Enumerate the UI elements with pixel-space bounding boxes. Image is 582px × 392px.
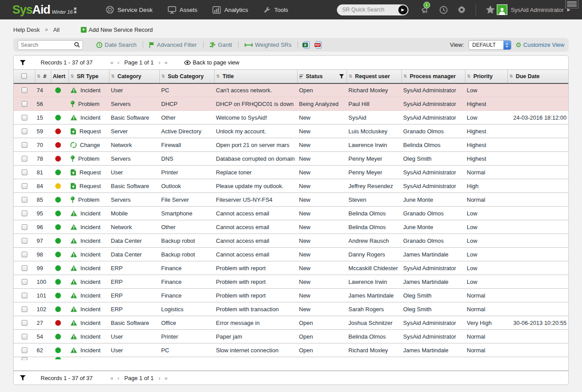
last-page-button[interactable]: » xyxy=(164,375,167,381)
status-filter-funnel-icon[interactable] xyxy=(339,74,345,79)
next-page-button[interactable]: › xyxy=(159,375,160,381)
table-row[interactable]: 54IncidentUserPrinterPaper jamOpenBelind… xyxy=(14,330,568,343)
customize-view-button[interactable]: ⚙ Customize View xyxy=(516,41,564,49)
table-row[interactable]: 97IncidentData CenterBackup robotCannot … xyxy=(14,234,568,248)
column-header-sub-category[interactable]: ⇅Sub Category xyxy=(159,70,214,83)
gantt-button[interactable]: Gantt xyxy=(208,41,234,48)
column-header-sr-type[interactable]: ⇅SR Type xyxy=(68,70,109,83)
list-footer-pager: Records 1 - 37 of 37 « ‹ Page 1 of 1 › » xyxy=(14,371,568,384)
row-checkbox[interactable] xyxy=(22,293,27,298)
table-row[interactable]: 62IncidentUserPCSlow internet connection… xyxy=(14,343,568,357)
row-checkbox[interactable] xyxy=(22,156,27,162)
row-checkbox[interactable] xyxy=(22,115,27,121)
export-excel-icon[interactable]: X xyxy=(302,41,310,49)
cell-alert xyxy=(51,261,68,275)
sr-quick-search-input[interactable] xyxy=(342,7,398,13)
column-header-alert[interactable]: Alert xyxy=(51,70,68,83)
table-row[interactable]: 102IncidentERPLogisticsProblem with tran… xyxy=(14,302,568,316)
window-menu-icon[interactable] xyxy=(565,0,578,8)
column-header-id[interactable]: ⇅# xyxy=(35,70,51,83)
next-page-button[interactable]: › xyxy=(159,59,160,66)
date-search-button[interactable]: Date Search xyxy=(94,41,138,48)
table-row[interactable]: 99IncidentERPFinanceProblem with reportN… xyxy=(14,261,568,275)
weighted-srs-button[interactable]: Weighted SRs xyxy=(243,41,293,48)
filter-funnel-icon[interactable] xyxy=(20,375,26,381)
row-checkbox[interactable] xyxy=(22,265,27,271)
column-header-due-date[interactable]: ⇅Due Date xyxy=(507,70,568,83)
column-header-priority[interactable]: ⇅Priority xyxy=(465,70,507,83)
select-all-checkbox[interactable] xyxy=(21,73,27,79)
row-checkbox[interactable] xyxy=(22,357,27,360)
row-checkbox[interactable] xyxy=(22,306,27,312)
table-row[interactable]: 101IncidentERPFinanceProblem with report… xyxy=(14,289,568,302)
table-row[interactable]: 84RequestBasic SoftwareOutlookPlease upd… xyxy=(14,179,568,193)
row-checkbox[interactable] xyxy=(22,279,27,285)
view-select[interactable]: DEFAULT ▲▼ xyxy=(469,40,511,50)
table-row[interactable]: 98IncidentData CenterBackup robotCannot … xyxy=(14,248,568,261)
row-checkbox[interactable] xyxy=(22,87,27,93)
row-checkbox[interactable] xyxy=(22,128,27,134)
prev-page-button[interactable]: ‹ xyxy=(117,375,119,381)
quick-search-go-button[interactable]: ▶ xyxy=(398,5,408,15)
search-icon[interactable] xyxy=(74,42,80,48)
nav-item-analytics[interactable]: Analytics xyxy=(212,6,248,14)
row-checkbox[interactable] xyxy=(22,224,27,230)
nav-item-assets[interactable]: Assets xyxy=(168,6,198,14)
prev-page-button[interactable]: ‹ xyxy=(117,59,119,66)
nav-item-tools[interactable]: Tools xyxy=(263,6,288,14)
row-checkbox[interactable] xyxy=(22,320,27,326)
back-to-page-view-button[interactable]: Back to page view xyxy=(184,59,239,66)
row-checkbox[interactable] xyxy=(22,211,27,216)
row-checkbox[interactable] xyxy=(22,183,27,189)
table-row[interactable]: 56ProblemServersDHCPDHCP on FRHQDC01 is … xyxy=(14,97,568,111)
table-row[interactable]: 100IncidentERPFinanceProblem with report… xyxy=(14,275,568,289)
row-checkbox[interactable] xyxy=(22,170,27,175)
row-checkbox[interactable] xyxy=(22,347,27,353)
table-row[interactable]: 78ProblemServersDNSDatabase corrupted on… xyxy=(14,152,568,166)
row-checkbox[interactable] xyxy=(22,334,27,339)
row-checkbox[interactable] xyxy=(22,252,27,257)
sysaid-logo[interactable]: SysAid Winter 16 ⁑ xyxy=(12,3,77,17)
favorites-star-icon[interactable] xyxy=(486,5,495,14)
table-row[interactable]: 81RequestUserPrinterReplace tonerNewPenn… xyxy=(14,166,568,179)
cell-status: New xyxy=(297,179,347,193)
row-checkbox[interactable] xyxy=(22,142,27,148)
table-row[interactable]: 15IncidentBasic SoftwareOtherWelcome to … xyxy=(14,111,568,124)
announcements-icon[interactable]: 1 xyxy=(421,6,430,14)
breadcrumb-current[interactable]: All xyxy=(53,26,59,33)
cell-id: 27 xyxy=(35,316,51,330)
table-row[interactable]: 95IncidentMobileSmartphoneCannot access … xyxy=(14,207,568,220)
row-checkbox[interactable] xyxy=(22,101,27,107)
table-row[interactable]: 96IncidentNetworkOtherCannot access emai… xyxy=(14,220,568,234)
list-search-input[interactable] xyxy=(21,42,74,48)
breadcrumb-section[interactable]: Help Desk xyxy=(13,26,40,33)
column-header-category[interactable]: ⇅Category xyxy=(109,70,159,83)
column-header-status[interactable]: Status xyxy=(297,70,347,83)
first-page-button[interactable]: « xyxy=(110,375,113,381)
first-page-button[interactable]: « xyxy=(110,59,113,66)
nav-item-service-desk[interactable]: Service Desk xyxy=(106,6,153,14)
table-row[interactable]: 85ProblemServersFile ServerFileserver US… xyxy=(14,193,568,207)
table-row[interactable]: 59RequestServerActive DirectoryUnlock my… xyxy=(14,124,568,138)
table-row[interactable]: 27IncidentBasic SoftwareOfficeError mess… xyxy=(14,316,568,330)
last-page-button[interactable]: » xyxy=(164,59,167,66)
column-header-request-user[interactable]: ⇅Request user xyxy=(347,70,401,83)
cell-title: Cannot access email xyxy=(214,234,297,248)
nav-label: Assets xyxy=(180,7,198,13)
user-menu[interactable]: SysAid Administrator ▶ xyxy=(497,4,571,15)
table-row[interactable]: 74IncidentUserPCCan't access network.Ope… xyxy=(14,83,568,97)
advanced-filter-button[interactable]: Advanced Filter xyxy=(147,41,198,48)
export-pdf-icon[interactable]: PDF xyxy=(314,41,322,49)
filter-funnel-icon[interactable] xyxy=(20,60,26,65)
cell-category: Data Center xyxy=(109,248,159,261)
add-new-service-record-button[interactable]: + Add New Service Record xyxy=(81,26,153,33)
settings-gear-icon[interactable] xyxy=(457,6,466,14)
column-header-title[interactable]: ⇅Title xyxy=(214,70,297,83)
table-row[interactable]: 70ChangeNetworkFirewallOpen port 21 on s… xyxy=(14,138,568,152)
row-checkbox[interactable] xyxy=(22,238,27,244)
history-clock-icon[interactable] xyxy=(439,6,448,14)
sr-type-label: Incident xyxy=(80,251,101,258)
row-checkbox[interactable] xyxy=(22,197,27,203)
cell-due-date xyxy=(507,97,568,111)
column-header-process-manager[interactable]: ⇅Process manager xyxy=(401,70,465,83)
